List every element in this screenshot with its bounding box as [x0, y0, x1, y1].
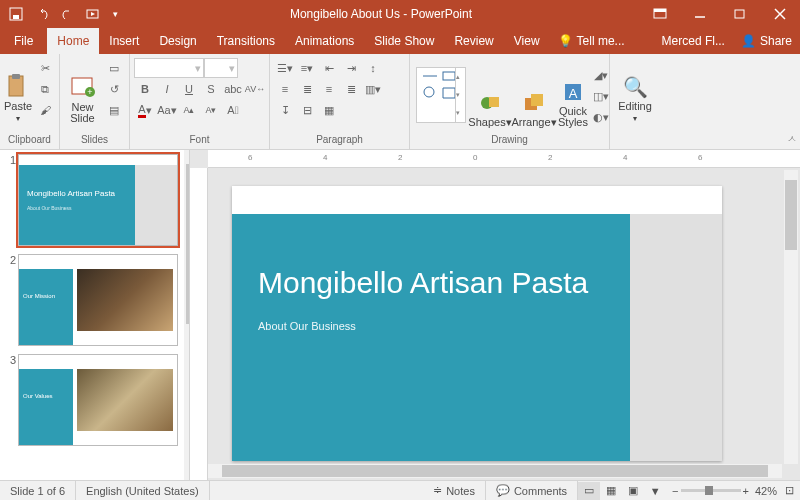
spacing-button[interactable]: AV↔	[244, 79, 266, 99]
shape-fill-button[interactable]: ◢▾	[590, 65, 612, 85]
tab-insert[interactable]: Insert	[99, 28, 149, 54]
collapse-ribbon-icon[interactable]: ㅅ	[787, 132, 797, 146]
change-case-button[interactable]: Aa▾	[156, 100, 178, 120]
bold-button[interactable]: B	[134, 79, 156, 99]
notes-button[interactable]: ≑Notes	[423, 481, 486, 501]
thumbnail-scrollbar[interactable]	[184, 150, 189, 480]
columns-button[interactable]: ▥▾	[362, 79, 384, 99]
format-painter-icon[interactable]: 🖌	[34, 100, 56, 120]
comments-button[interactable]: 💬Comments	[486, 481, 578, 501]
align-left-button[interactable]: ≡	[274, 79, 296, 99]
zoom-percent[interactable]: 42%	[755, 485, 777, 497]
zoom-slider[interactable]	[681, 489, 741, 492]
arrange-button[interactable]: Arrange▾	[512, 60, 556, 130]
tab-slide-show[interactable]: Slide Show	[364, 28, 444, 54]
slide-thumbnail-2[interactable]: Our Mission	[18, 254, 178, 346]
decrease-indent-button[interactable]: ⇤	[318, 58, 340, 78]
clear-format-button[interactable]: A⃠	[222, 100, 244, 120]
horizontal-scrollbar[interactable]	[208, 464, 782, 478]
slide-subtitle[interactable]: About Our Business	[258, 320, 604, 332]
new-slide-button[interactable]: + New Slide	[64, 56, 101, 126]
shadow-button[interactable]: S	[200, 79, 222, 99]
save-icon[interactable]	[4, 2, 28, 26]
slide-title-block[interactable]: Mongibello Artisan Pasta About Our Busin…	[232, 214, 630, 461]
numbering-button[interactable]: ≡▾	[296, 58, 318, 78]
sorter-view-icon[interactable]: ▦	[600, 482, 622, 500]
paste-button[interactable]: Paste▾	[4, 56, 32, 126]
title-bar: ▾ Mongibello About Us - PowerPoint	[0, 0, 800, 28]
tab-home[interactable]: Home	[47, 28, 99, 54]
start-from-beginning-icon[interactable]	[82, 2, 106, 26]
lightbulb-icon: 💡	[558, 34, 573, 48]
slide-thumbnail-3[interactable]: Our Values	[18, 354, 178, 446]
minimize-icon[interactable]	[680, 0, 720, 28]
strike-button[interactable]: abc	[222, 79, 244, 99]
undo-icon[interactable]	[30, 2, 54, 26]
smartart-button[interactable]: ▦	[318, 100, 340, 120]
horizontal-ruler[interactable]: 6 4 2 0 2 4 6	[208, 150, 800, 168]
shapes-button[interactable]: Shapes▾	[470, 60, 510, 130]
text-direction-button[interactable]: ↧	[274, 100, 296, 120]
quick-access-toolbar: ▾	[0, 2, 122, 26]
align-center-button[interactable]: ≣	[296, 79, 318, 99]
justify-button[interactable]: ≣	[340, 79, 362, 99]
italic-button[interactable]: I	[156, 79, 178, 99]
vertical-scrollbar[interactable]	[784, 170, 798, 464]
window-controls	[640, 0, 800, 28]
reading-view-icon[interactable]: ▣	[622, 482, 644, 500]
tab-file[interactable]: File	[0, 28, 47, 54]
group-drawing-label: Drawing	[414, 134, 605, 147]
slideshow-view-icon[interactable]: ▼	[644, 482, 666, 500]
slide-counter[interactable]: Slide 1 of 6	[0, 481, 76, 501]
shape-outline-button[interactable]: ◫▾	[590, 86, 612, 106]
slide-accent-block	[630, 214, 722, 461]
font-size-select[interactable]: ▾	[204, 58, 238, 78]
share-button[interactable]: 👤Share	[733, 34, 800, 48]
copy-icon[interactable]: ⧉	[34, 79, 56, 99]
bullets-button[interactable]: ☰▾	[274, 58, 296, 78]
tab-review[interactable]: Review	[444, 28, 503, 54]
redo-icon[interactable]	[56, 2, 80, 26]
font-color-button[interactable]: A▾	[134, 100, 156, 120]
zoom-in-button[interactable]: +	[743, 485, 749, 497]
vertical-ruler[interactable]	[190, 168, 208, 480]
reset-icon[interactable]: ↺	[103, 79, 125, 99]
slide-thumbnail-1[interactable]: Mongibello Artisan PastaAbout Our Busine…	[18, 154, 178, 246]
thumb-1-title: Mongibello Artisan Pasta	[27, 189, 127, 198]
section-icon[interactable]: ▤	[103, 100, 125, 120]
shrink-font-button[interactable]: A▾	[200, 100, 222, 120]
account-name[interactable]: Merced Fl...	[654, 34, 733, 48]
grow-font-button[interactable]: A▴	[178, 100, 200, 120]
tab-design[interactable]: Design	[149, 28, 206, 54]
slide-title[interactable]: Mongibello Artisan Pasta	[258, 266, 604, 300]
increase-indent-button[interactable]: ⇥	[340, 58, 362, 78]
maximize-icon[interactable]	[720, 0, 760, 28]
zoom-out-button[interactable]: −	[672, 485, 678, 497]
quick-styles-button[interactable]: AQuick Styles	[558, 60, 588, 130]
tab-view[interactable]: View	[504, 28, 550, 54]
slide-canvas[interactable]: Mongibello Artisan Pasta About Our Busin…	[232, 186, 722, 461]
font-family-select[interactable]: ▾	[134, 58, 204, 78]
fit-to-window-icon[interactable]: ⊡	[785, 484, 794, 497]
align-text-button[interactable]: ⊟	[296, 100, 318, 120]
tab-animations[interactable]: Animations	[285, 28, 364, 54]
layout-icon[interactable]: ▭	[103, 58, 125, 78]
qat-customize-icon[interactable]: ▾	[108, 2, 122, 26]
ribbon-display-icon[interactable]	[640, 0, 680, 28]
close-icon[interactable]	[760, 0, 800, 28]
underline-button[interactable]: U	[178, 79, 200, 99]
ribbon: Paste▾ ✂ ⧉ 🖌 Clipboard + New Slide ▭ ↺ ▤…	[0, 54, 800, 150]
paste-icon	[4, 73, 32, 101]
tell-me[interactable]: 💡Tell me...	[550, 34, 633, 48]
thumb-number-1: 1	[4, 154, 18, 246]
tab-transitions[interactable]: Transitions	[207, 28, 285, 54]
normal-view-icon[interactable]: ▭	[578, 482, 600, 500]
shape-effects-button[interactable]: ◐▾	[590, 107, 612, 127]
line-spacing-button[interactable]: ↕	[362, 58, 384, 78]
editing-button[interactable]: 🔍Editing▾	[614, 56, 656, 126]
cut-icon[interactable]: ✂	[34, 58, 56, 78]
language-status[interactable]: English (United States)	[76, 481, 210, 501]
thumb-3-title: Our Values	[23, 393, 53, 399]
align-right-button[interactable]: ≡	[318, 79, 340, 99]
shapes-gallery[interactable]: ▴▾▾	[416, 67, 466, 123]
